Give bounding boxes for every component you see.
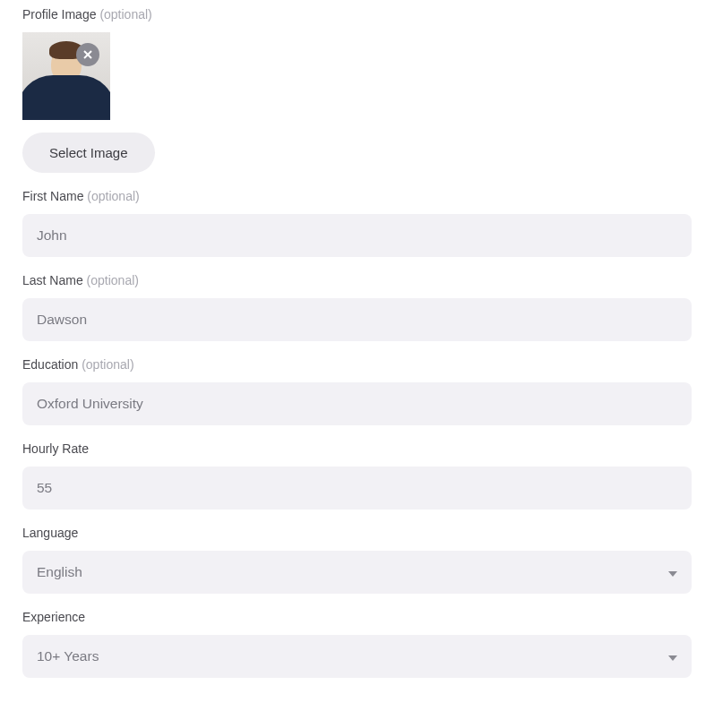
hourly-rate-label-text: Hourly Rate: [22, 441, 89, 456]
language-select[interactable]: English: [22, 551, 692, 594]
profile-image-field: Profile Image (optional) Select Image: [22, 7, 692, 173]
hourly-rate-input[interactable]: [22, 467, 692, 510]
education-label: Education (optional): [22, 357, 692, 372]
profile-image-label: Profile Image (optional): [22, 7, 692, 21]
first-name-label: First Name (optional): [22, 189, 692, 203]
language-field: Language English: [22, 526, 692, 594]
language-label: Language: [22, 526, 692, 540]
hourly-rate-field: Hourly Rate: [22, 441, 692, 510]
profile-image-label-text: Profile Image: [22, 7, 96, 21]
first-name-input[interactable]: [22, 214, 692, 257]
last-name-optional: (optional): [87, 273, 139, 287]
select-image-button[interactable]: Select Image: [22, 133, 155, 173]
experience-select-wrap: 10+ Years: [22, 635, 692, 678]
experience-label-text: Experience: [22, 610, 85, 624]
education-input[interactable]: [22, 382, 692, 425]
close-icon: [82, 49, 93, 60]
first-name-field: First Name (optional): [22, 189, 692, 257]
language-label-text: Language: [22, 526, 78, 540]
experience-select[interactable]: 10+ Years: [22, 635, 692, 678]
avatar: [22, 32, 110, 120]
first-name-optional: (optional): [87, 189, 139, 203]
education-label-text: Education: [22, 357, 78, 372]
remove-image-button[interactable]: [76, 43, 99, 66]
last-name-field: Last Name (optional): [22, 273, 692, 341]
first-name-label-text: First Name: [22, 189, 83, 203]
last-name-label-text: Last Name: [22, 273, 83, 287]
hourly-rate-label: Hourly Rate: [22, 441, 692, 456]
language-select-wrap: English: [22, 551, 692, 594]
experience-label: Experience: [22, 610, 692, 624]
experience-field: Experience 10+ Years: [22, 610, 692, 678]
education-field: Education (optional): [22, 357, 692, 425]
education-optional: (optional): [82, 357, 133, 372]
profile-image-preview: [22, 32, 110, 120]
profile-image-optional: (optional): [99, 7, 151, 21]
last-name-input[interactable]: [22, 298, 692, 341]
last-name-label: Last Name (optional): [22, 273, 692, 287]
